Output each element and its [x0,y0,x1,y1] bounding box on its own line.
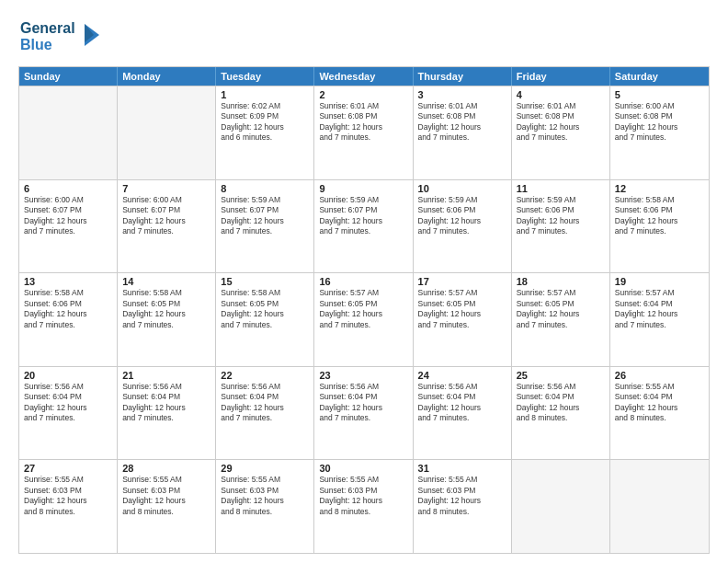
cell-info: Sunrise: 5:55 AM Sunset: 6:03 PM Dayligh… [221,475,309,517]
calendar-cell [512,460,610,553]
day-number: 19 [615,276,704,287]
cell-info: Sunrise: 5:56 AM Sunset: 6:04 PM Dayligh… [122,382,210,424]
calendar-cell: 16Sunrise: 5:57 AM Sunset: 6:05 PM Dayli… [314,273,413,366]
calendar-cell: 17Sunrise: 5:57 AM Sunset: 6:05 PM Dayli… [414,273,512,366]
cell-info: Sunrise: 5:57 AM Sunset: 6:04 PM Dayligh… [615,288,704,330]
day-number: 21 [122,370,210,381]
day-number: 8 [221,183,309,194]
header-day-tuesday: Tuesday [216,67,314,86]
page: General Blue SundayMondayTuesdayWednesda… [0,0,728,563]
calendar-cell: 27Sunrise: 5:55 AM Sunset: 6:03 PM Dayli… [19,460,118,553]
day-number: 17 [418,276,506,287]
header-day-friday: Friday [512,67,610,86]
calendar-row-4: 20Sunrise: 5:56 AM Sunset: 6:04 PM Dayli… [19,366,709,460]
cell-info: Sunrise: 5:55 AM Sunset: 6:03 PM Dayligh… [418,475,506,517]
day-number: 23 [319,370,407,381]
header-day-thursday: Thursday [414,67,512,86]
calendar-cell: 6Sunrise: 6:00 AM Sunset: 6:07 PM Daylig… [19,180,118,273]
day-number: 28 [122,463,210,474]
calendar: SundayMondayTuesdayWednesdayThursdayFrid… [18,66,710,554]
day-number: 22 [221,370,309,381]
day-number: 16 [319,276,407,287]
calendar-row-2: 6Sunrise: 6:00 AM Sunset: 6:07 PM Daylig… [19,179,709,273]
calendar-cell: 31Sunrise: 5:55 AM Sunset: 6:03 PM Dayli… [414,460,512,553]
day-number: 25 [517,370,605,381]
logo-svg: General Blue [18,15,101,55]
day-number: 2 [319,89,407,100]
cell-info: Sunrise: 5:59 AM Sunset: 6:06 PM Dayligh… [418,195,506,237]
calendar-cell: 28Sunrise: 5:55 AM Sunset: 6:03 PM Dayli… [118,460,216,553]
calendar-cell: 1Sunrise: 6:02 AM Sunset: 6:09 PM Daylig… [216,86,314,179]
day-number: 30 [319,463,407,474]
cell-info: Sunrise: 5:55 AM Sunset: 6:04 PM Dayligh… [615,382,704,424]
calendar-cell: 12Sunrise: 5:58 AM Sunset: 6:06 PM Dayli… [610,180,709,273]
day-number: 14 [122,276,210,287]
day-number: 5 [615,89,704,100]
cell-info: Sunrise: 5:57 AM Sunset: 6:05 PM Dayligh… [517,288,605,330]
day-number: 9 [319,183,407,194]
cell-info: Sunrise: 5:55 AM Sunset: 6:03 PM Dayligh… [24,475,112,517]
day-number: 27 [24,463,112,474]
calendar-cell [19,86,118,179]
cell-info: Sunrise: 6:01 AM Sunset: 6:08 PM Dayligh… [517,101,605,144]
calendar-cell: 14Sunrise: 5:58 AM Sunset: 6:05 PM Dayli… [118,273,216,366]
header-day-sunday: Sunday [19,67,118,86]
cell-info: Sunrise: 5:58 AM Sunset: 6:06 PM Dayligh… [615,195,704,237]
cell-info: Sunrise: 5:59 AM Sunset: 6:07 PM Dayligh… [319,195,407,237]
logo: General Blue [18,15,101,59]
header-day-saturday: Saturday [610,67,709,86]
calendar-cell [118,86,216,179]
cell-info: Sunrise: 6:00 AM Sunset: 6:08 PM Dayligh… [615,101,704,144]
calendar-cell: 5Sunrise: 6:00 AM Sunset: 6:08 PM Daylig… [610,86,709,179]
calendar-row-3: 13Sunrise: 5:58 AM Sunset: 6:06 PM Dayli… [19,272,709,366]
calendar-row-5: 27Sunrise: 5:55 AM Sunset: 6:03 PM Dayli… [19,459,709,553]
day-number: 12 [615,183,704,194]
cell-info: Sunrise: 5:56 AM Sunset: 6:04 PM Dayligh… [24,382,112,424]
cell-info: Sunrise: 5:56 AM Sunset: 6:04 PM Dayligh… [517,382,605,424]
calendar-cell: 25Sunrise: 5:56 AM Sunset: 6:04 PM Dayli… [512,367,610,460]
calendar-cell: 9Sunrise: 5:59 AM Sunset: 6:07 PM Daylig… [314,180,413,273]
cell-info: Sunrise: 6:00 AM Sunset: 6:07 PM Dayligh… [122,195,210,237]
calendar-cell: 2Sunrise: 6:01 AM Sunset: 6:08 PM Daylig… [314,86,413,179]
calendar-cell: 15Sunrise: 5:58 AM Sunset: 6:05 PM Dayli… [216,273,314,366]
day-number: 15 [221,276,309,287]
cell-info: Sunrise: 5:57 AM Sunset: 6:05 PM Dayligh… [319,288,407,330]
day-number: 18 [517,276,605,287]
svg-text:General: General [20,20,75,36]
calendar-body: 1Sunrise: 6:02 AM Sunset: 6:09 PM Daylig… [19,86,709,553]
day-number: 29 [221,463,309,474]
calendar-cell: 26Sunrise: 5:55 AM Sunset: 6:04 PM Dayli… [610,367,709,460]
header-day-wednesday: Wednesday [314,67,413,86]
calendar-cell: 11Sunrise: 5:59 AM Sunset: 6:06 PM Dayli… [512,180,610,273]
day-number: 24 [418,370,506,381]
day-number: 10 [418,183,506,194]
calendar-cell: 20Sunrise: 5:56 AM Sunset: 6:04 PM Dayli… [19,367,118,460]
header-day-monday: Monday [118,67,216,86]
calendar-cell: 22Sunrise: 5:56 AM Sunset: 6:04 PM Dayli… [216,367,314,460]
cell-info: Sunrise: 5:56 AM Sunset: 6:04 PM Dayligh… [221,382,309,424]
day-number: 4 [517,89,605,100]
cell-info: Sunrise: 6:01 AM Sunset: 6:08 PM Dayligh… [418,101,506,144]
cell-info: Sunrise: 6:01 AM Sunset: 6:08 PM Dayligh… [319,101,407,144]
calendar-cell: 18Sunrise: 5:57 AM Sunset: 6:05 PM Dayli… [512,273,610,366]
cell-info: Sunrise: 5:56 AM Sunset: 6:04 PM Dayligh… [418,382,506,424]
calendar-cell: 13Sunrise: 5:58 AM Sunset: 6:06 PM Dayli… [19,273,118,366]
svg-text:Blue: Blue [20,37,52,52]
calendar-cell: 24Sunrise: 5:56 AM Sunset: 6:04 PM Dayli… [414,367,512,460]
day-number: 6 [24,183,112,194]
cell-info: Sunrise: 5:58 AM Sunset: 6:05 PM Dayligh… [221,288,309,330]
calendar-cell: 7Sunrise: 6:00 AM Sunset: 6:07 PM Daylig… [118,180,216,273]
calendar-row-1: 1Sunrise: 6:02 AM Sunset: 6:09 PM Daylig… [19,86,709,179]
calendar-cell: 21Sunrise: 5:56 AM Sunset: 6:04 PM Dayli… [118,367,216,460]
calendar-cell: 30Sunrise: 5:55 AM Sunset: 6:03 PM Dayli… [314,460,413,553]
cell-info: Sunrise: 5:59 AM Sunset: 6:06 PM Dayligh… [517,195,605,237]
day-number: 13 [24,276,112,287]
day-number: 7 [122,183,210,194]
cell-info: Sunrise: 5:58 AM Sunset: 6:06 PM Dayligh… [24,288,112,330]
cell-info: Sunrise: 5:56 AM Sunset: 6:04 PM Dayligh… [319,382,407,424]
calendar-cell: 3Sunrise: 6:01 AM Sunset: 6:08 PM Daylig… [414,86,512,179]
calendar-cell: 23Sunrise: 5:56 AM Sunset: 6:04 PM Dayli… [314,367,413,460]
cell-info: Sunrise: 5:58 AM Sunset: 6:05 PM Dayligh… [122,288,210,330]
day-number: 26 [615,370,704,381]
cell-info: Sunrise: 6:00 AM Sunset: 6:07 PM Dayligh… [24,195,112,237]
